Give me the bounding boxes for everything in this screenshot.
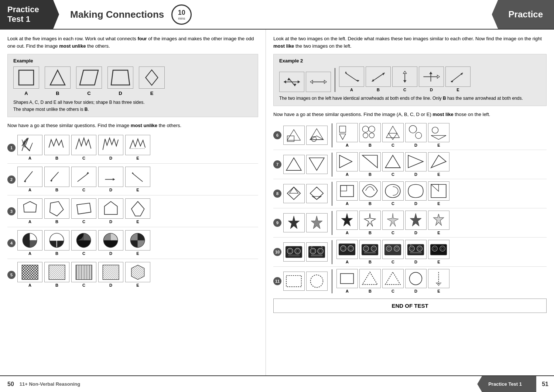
r6-cell-a: A [336, 123, 358, 147]
svg-marker-83 [389, 133, 397, 140]
r6-rbox-a [336, 123, 358, 142]
svg-marker-95 [431, 155, 447, 168]
svg-point-78 [363, 126, 369, 132]
svg-marker-63 [403, 80, 407, 82]
r7-rbox-a [336, 152, 358, 171]
q1-cell-a: A [17, 135, 42, 160]
r-q-number-10: 10 [273, 248, 281, 256]
r8-lbox-2 [306, 184, 328, 203]
svg-marker-1 [50, 70, 65, 85]
r8-cell-a: A [336, 181, 358, 206]
q4-box-a [17, 230, 42, 250]
q5-cell-c: C [71, 262, 96, 287]
q2-cell-c: C [71, 167, 96, 192]
svg-marker-87 [431, 136, 447, 140]
r7-lbox-2 [306, 155, 328, 174]
q3-cell-d: D [98, 198, 123, 224]
header-center-title: Making Connections 10 mins [59, 0, 492, 29]
q1-letter-c: C [82, 156, 85, 160]
r8-letter-d: D [414, 201, 417, 206]
svg-marker-17 [50, 201, 64, 216]
r8-left-1 [283, 184, 305, 203]
r9-left [283, 213, 328, 232]
r9-left-1 [283, 213, 305, 232]
r6-letter-b: B [369, 143, 372, 147]
svg-marker-4 [146, 70, 158, 85]
r11-cell-a: A [336, 269, 358, 293]
r8-letter-e: E [437, 201, 440, 206]
svg-marker-111 [434, 214, 444, 225]
q2-cell-b: B [44, 167, 69, 192]
q-number-3: 3 [7, 207, 16, 215]
r6-left-2 [306, 126, 328, 145]
r8-rbox-c [382, 181, 404, 201]
r11-right: A B C [336, 269, 449, 293]
r8-letter-b: B [369, 201, 372, 206]
svg-rect-70 [451, 81, 453, 82]
svg-marker-13 [113, 178, 114, 181]
r7-rbox-e [428, 152, 449, 171]
svg-marker-53 [310, 80, 312, 83]
r10-cell-a: A [336, 240, 358, 264]
svg-marker-90 [340, 155, 352, 168]
q4-cell-b: B [44, 230, 69, 256]
re-cell-a: A [339, 67, 364, 92]
svg-line-55 [345, 73, 358, 82]
q3-box-b [44, 198, 69, 219]
svg-marker-89 [310, 158, 325, 170]
footer-title-left: 11+ Non-Verbal Reasoning [20, 381, 80, 387]
svg-marker-103 [431, 184, 439, 191]
svg-marker-106 [342, 214, 353, 226]
q2-box-c [71, 167, 96, 187]
q3-cell-c: C [71, 198, 96, 224]
q3-cell-b: B [44, 198, 69, 224]
svg-rect-136 [364, 252, 376, 253]
r-q-number-7: 7 [273, 160, 281, 168]
svg-line-14 [132, 173, 143, 182]
header-practice: Practice [7, 5, 46, 14]
r-question-row-9: 9 [273, 208, 547, 238]
q1-cell-e: E [125, 135, 150, 160]
r10-letter-a: A [346, 260, 349, 264]
q5-box-d [98, 262, 123, 282]
r11-left [283, 272, 328, 291]
r7-divider [332, 153, 332, 177]
svg-marker-54 [324, 80, 326, 83]
footer-left: 50 11+ Non-Verbal Reasoning [0, 376, 477, 392]
r8-divider [332, 182, 332, 206]
q2-letter-e: E [136, 188, 139, 192]
r9-rbox-a [336, 211, 358, 230]
r6-lbox-2 [306, 126, 328, 145]
re-box-c [392, 67, 417, 87]
r10-letter-c: C [391, 260, 394, 264]
example-explanation: Shapes A, C, D and E all have four sides… [13, 99, 252, 113]
timer-mins-label: mins [178, 17, 185, 20]
r7-letter-c: C [391, 172, 394, 177]
example-cell-d: D [107, 67, 133, 96]
svg-line-8 [51, 172, 59, 181]
q4-letter-c: C [82, 251, 85, 256]
r8-right: A B [336, 181, 449, 206]
r6-right: A B [336, 123, 449, 147]
q-images-5: A B [17, 262, 258, 287]
r8-cell-c: C [382, 181, 404, 206]
q3-letter-c: C [82, 219, 85, 224]
svg-marker-82 [386, 126, 400, 137]
q2-cell-a: A [17, 167, 42, 192]
svg-rect-0 [19, 70, 34, 85]
r9-right: A B C [336, 211, 449, 235]
r9-letter-d: D [414, 231, 417, 235]
svg-line-10 [78, 173, 89, 182]
q2-box-b [44, 167, 69, 187]
re-letter-b: B [377, 88, 380, 92]
re-box-2 [306, 72, 331, 92]
re-cell-1 [279, 72, 304, 92]
svg-rect-76 [340, 126, 346, 132]
svg-marker-71 [287, 130, 301, 140]
q4-cell-d: D [98, 230, 123, 256]
header-left-badge: Practice Test 1 [0, 0, 59, 29]
question-row-2: 2 A B C [7, 164, 258, 195]
re-box-e [445, 67, 471, 87]
svg-marker-19 [105, 201, 117, 214]
re-box-a [339, 67, 364, 87]
